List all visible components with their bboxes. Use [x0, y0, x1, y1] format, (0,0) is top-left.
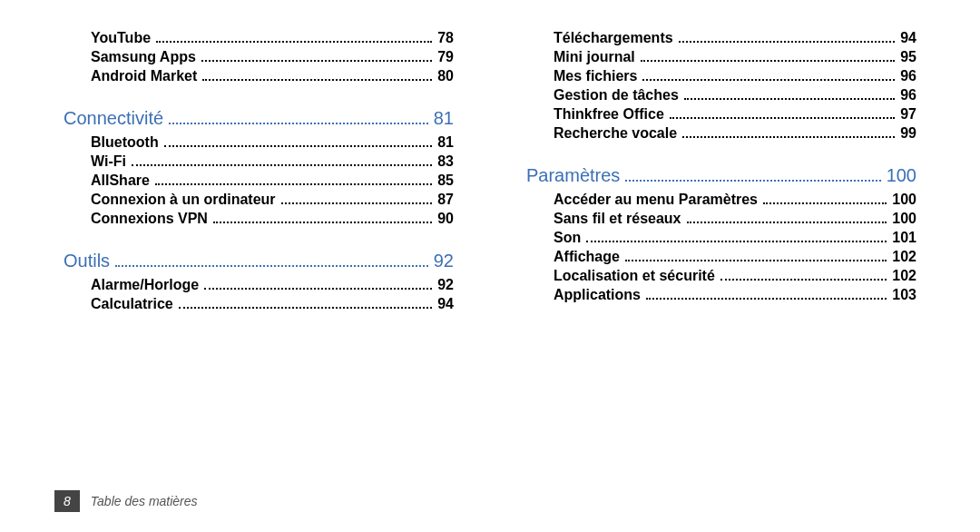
toc-page: 100 [892, 211, 916, 227]
toc-leader [625, 260, 887, 261]
toc-entry[interactable]: Bluetooth81 [91, 134, 454, 151]
toc-entry[interactable]: Wi-Fi83 [91, 153, 454, 170]
toc-entry[interactable]: Calculatrice94 [91, 296, 454, 312]
toc-leader [169, 123, 428, 124]
toc-label: Accéder au menu Paramètres [554, 192, 758, 208]
toc-label: Paramètres [526, 165, 620, 186]
toc-label: Mini journal [554, 49, 635, 65]
toc-leader [156, 41, 432, 43]
toc-label: YouTube [91, 30, 151, 46]
toc-leader [642, 79, 895, 81]
toc-label: Thinkfree Office [554, 106, 664, 123]
toc-entry[interactable]: Son101 [554, 230, 916, 246]
toc-label: Téléchargements [554, 30, 673, 46]
toc-page: 96 [900, 87, 916, 103]
toc-entry[interactable]: Connexions VPN90 [91, 211, 454, 227]
toc-label: Samsung Apps [91, 49, 196, 65]
toc-entry[interactable]: Sans fil et réseaux100 [554, 211, 916, 227]
toc-leader [763, 202, 887, 204]
toc-label: Wi-Fi [91, 153, 126, 170]
toc-section[interactable]: Paramètres100 [526, 165, 916, 186]
toc-page: 100 [887, 165, 916, 186]
toc-entry[interactable]: Localisation et sécurité102 [554, 268, 916, 284]
toc-page: 102 [892, 268, 916, 284]
toc-leader [720, 279, 887, 281]
toc-leader [132, 164, 432, 166]
toc-entry[interactable]: Connexion à un ordinateur87 [91, 192, 454, 208]
toc-leader [115, 265, 428, 267]
toc-section[interactable]: Outils92 [64, 251, 454, 271]
toc-page: 102 [892, 249, 916, 265]
toc-entry[interactable]: Mes fichiers96 [554, 68, 916, 84]
toc-label: Mes fichiers [554, 68, 637, 84]
toc-entry[interactable]: Recherche vocale99 [554, 125, 916, 142]
toc-leader [204, 288, 432, 290]
toc-page: 100 [892, 192, 916, 208]
toc-page: 81 [434, 108, 454, 129]
toc-label: Applications [554, 287, 641, 303]
toc-leader [213, 222, 432, 223]
toc-section[interactable]: Connectivité81 [64, 108, 454, 129]
toc-label: Localisation et sécurité [554, 268, 715, 284]
toc-label: Alarme/Horloge [91, 277, 199, 293]
toc-page: 97 [900, 106, 916, 123]
toc-page: 92 [434, 251, 454, 271]
toc-label: Son [554, 230, 581, 246]
toc-columns: YouTube78Samsung Apps79Android Market80C… [54, 27, 926, 315]
toc-page: 94 [437, 296, 454, 312]
toc-entry[interactable]: Alarme/Horloge92 [91, 277, 454, 293]
toc-entry[interactable]: Mini journal95 [554, 49, 916, 65]
toc-leader [682, 136, 895, 138]
toc-entry[interactable]: Téléchargements94 [554, 30, 916, 46]
toc-leader [687, 222, 887, 223]
toc-column-left: YouTube78Samsung Apps79Android Market80C… [54, 27, 463, 315]
toc-leader [625, 180, 880, 182]
toc-label: Recherche vocale [554, 125, 677, 142]
toc-entry[interactable]: AllShare85 [91, 172, 454, 189]
page-footer: 8 Table des matières [54, 490, 198, 512]
toc-column-right: Téléchargements94Mini journal95Mes fichi… [517, 27, 926, 315]
toc-entry[interactable]: Thinkfree Office97 [554, 106, 916, 123]
toc-entry[interactable]: YouTube78 [91, 30, 454, 46]
toc-leader [641, 60, 895, 62]
toc-page: 81 [437, 134, 454, 151]
toc-label: Connexion à un ordinateur [91, 192, 276, 208]
toc-page: 80 [437, 68, 454, 84]
toc-entry[interactable]: Affichage102 [554, 249, 916, 265]
toc-leader [586, 241, 887, 242]
toc-leader [684, 98, 895, 100]
toc-label: Affichage [554, 249, 620, 265]
toc-page: 95 [900, 49, 916, 65]
toc-leader [646, 298, 887, 300]
toc-label: Sans fil et réseaux [554, 211, 681, 227]
toc-entry[interactable]: Gestion de tâches96 [554, 87, 916, 103]
toc-entry[interactable]: Samsung Apps79 [91, 49, 454, 65]
toc-leader [164, 145, 433, 147]
footer-title: Table des matières [91, 494, 198, 508]
toc-leader [201, 60, 432, 62]
toc-leader [155, 183, 432, 185]
toc-leader [679, 41, 896, 43]
toc-page: 78 [437, 30, 454, 46]
toc-label: Gestion de tâches [554, 87, 679, 103]
toc-entry[interactable]: Accéder au menu Paramètres100 [554, 192, 916, 208]
toc-label: AllShare [91, 172, 150, 189]
toc-page: 103 [892, 287, 916, 303]
toc-page: 87 [437, 192, 454, 208]
toc-leader [202, 79, 432, 81]
page: YouTube78Samsung Apps79Android Market80C… [0, 0, 980, 532]
toc-leader [670, 117, 895, 119]
toc-label: Outils [64, 251, 110, 271]
page-number-badge: 8 [54, 490, 80, 512]
toc-page: 85 [437, 172, 454, 189]
toc-entry[interactable]: Applications103 [554, 287, 916, 303]
toc-label: Connexions VPN [91, 211, 208, 227]
toc-entry[interactable]: Android Market80 [91, 68, 454, 84]
toc-label: Connectivité [64, 108, 163, 129]
toc-label: Calculatrice [91, 296, 173, 312]
toc-page: 92 [437, 277, 454, 293]
toc-page: 79 [437, 49, 454, 65]
toc-leader [179, 307, 432, 309]
toc-page: 90 [437, 211, 454, 227]
toc-page: 101 [892, 230, 916, 246]
